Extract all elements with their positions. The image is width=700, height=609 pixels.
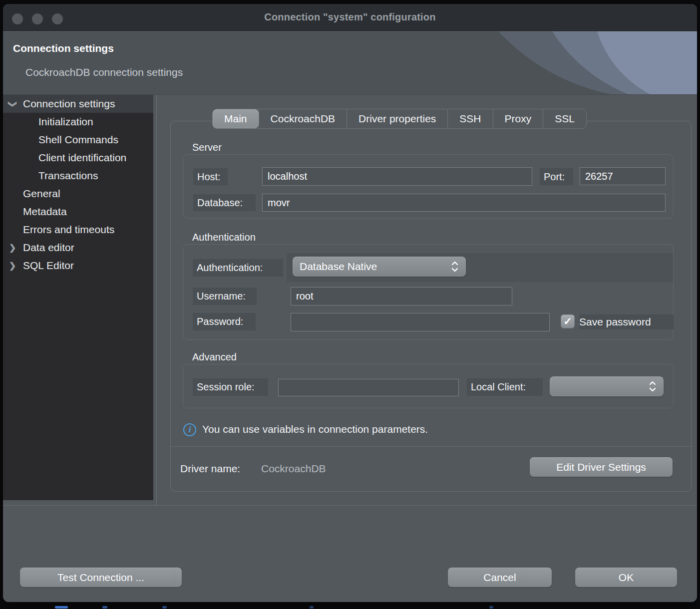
authentication-group-label: Authentication <box>192 232 256 243</box>
edit-driver-settings-button[interactable]: Edit Driver Settings <box>530 457 673 477</box>
updown-chevron-icon <box>649 380 657 393</box>
desktop-fragment <box>310 606 314 609</box>
server-group-label: Server <box>192 142 222 153</box>
traffic-lights <box>12 13 63 24</box>
tab-proxy[interactable]: Proxy <box>493 109 543 128</box>
tab-main[interactable]: Main <box>213 109 259 128</box>
host-input[interactable] <box>262 167 532 186</box>
tree-item-transactions[interactable]: Transactions <box>3 167 153 185</box>
tree-item-client-identification[interactable]: Client identification <box>3 149 153 167</box>
settings-tree: ❯ Connection settings Initialization She… <box>3 95 153 500</box>
database-input[interactable] <box>262 194 666 212</box>
connection-config-dialog: Connection "system" configuration Connec… <box>3 4 697 602</box>
tree-item-metadata[interactable]: Metadata <box>3 203 153 221</box>
tree-item-initialization[interactable]: Initialization <box>3 113 153 131</box>
tab-bar: Main CockroachDB Driver properties SSH P… <box>212 109 587 129</box>
driver-name-label: Driver name: <box>180 463 240 475</box>
advanced-group-label: Advanced <box>192 351 237 363</box>
tree-item-connection-settings[interactable]: ❯ Connection settings <box>3 95 153 113</box>
username-label: Username: <box>193 288 257 305</box>
close-window-button[interactable] <box>12 13 23 24</box>
ok-button[interactable]: OK <box>575 568 677 587</box>
username-input[interactable] <box>291 287 512 305</box>
tree-item-shell-commands[interactable]: Shell Commands <box>3 131 153 149</box>
tree-item-errors-and-timeouts[interactable]: Errors and timeouts <box>3 221 153 239</box>
chevron-down-icon[interactable]: ❯ <box>7 99 18 109</box>
session-role-input[interactable] <box>278 379 459 396</box>
port-input[interactable] <box>580 167 666 185</box>
tab-driver-properties[interactable]: Driver properties <box>347 109 447 128</box>
minimize-window-button[interactable] <box>32 13 43 24</box>
tree-item-data-editor[interactable]: ❯ Data editor <box>3 239 153 257</box>
save-password-label: Save password <box>579 314 674 329</box>
port-label: Port: <box>540 168 573 185</box>
variables-hint-text: You can use variables in connection para… <box>202 423 428 435</box>
titlebar: Connection "system" configuration <box>3 4 697 31</box>
checkmark-icon: ✓ <box>563 315 572 327</box>
main-tab-panel: Server Host: Port: Database: Authenticat… <box>170 121 692 492</box>
authentication-label: Authentication: <box>193 259 283 277</box>
header-banner: Connection settings CockroachDB connecti… <box>3 31 697 95</box>
tab-ssh[interactable]: SSH <box>447 109 492 128</box>
tree-item-general[interactable]: General <box>3 185 153 203</box>
password-input[interactable] <box>291 313 550 331</box>
chevron-right-icon[interactable]: ❯ <box>7 243 18 253</box>
updown-chevron-icon <box>451 260 459 273</box>
local-client-select[interactable] <box>550 376 664 396</box>
tab-ssl[interactable]: SSL <box>543 109 586 128</box>
host-label: Host: <box>193 168 228 185</box>
driver-separator <box>171 446 691 447</box>
chevron-right-icon[interactable]: ❯ <box>7 261 18 271</box>
password-label: Password: <box>193 313 256 330</box>
page-title: Connection settings <box>13 42 114 54</box>
local-client-label: Local Client: <box>467 378 543 396</box>
info-icon: i <box>183 423 196 436</box>
desktop-fragment <box>102 606 107 609</box>
tree-item-sql-editor[interactable]: ❯ SQL Editor <box>3 257 153 275</box>
footer-separator <box>3 505 697 506</box>
driver-name-value: CockroachDB <box>261 463 326 475</box>
save-password-checkbox[interactable]: ✓ <box>561 314 575 328</box>
desktop-fragment <box>162 606 167 609</box>
desktop-fragment <box>55 606 68 609</box>
desktop-fragment <box>489 606 493 609</box>
cancel-button[interactable]: Cancel <box>448 568 552 587</box>
database-label: Database: <box>193 194 256 211</box>
pane-divider <box>156 95 157 505</box>
maximize-window-button[interactable] <box>52 13 63 24</box>
test-connection-button[interactable]: Test Connection ... <box>20 568 182 587</box>
page-subtitle: CockroachDB connection settings <box>25 66 183 78</box>
authentication-select[interactable]: Database Native <box>293 257 466 277</box>
session-role-label: Session role: <box>193 378 268 396</box>
tab-cockroachdb[interactable]: CockroachDB <box>259 109 347 128</box>
window-title: Connection "system" configuration <box>264 11 435 23</box>
